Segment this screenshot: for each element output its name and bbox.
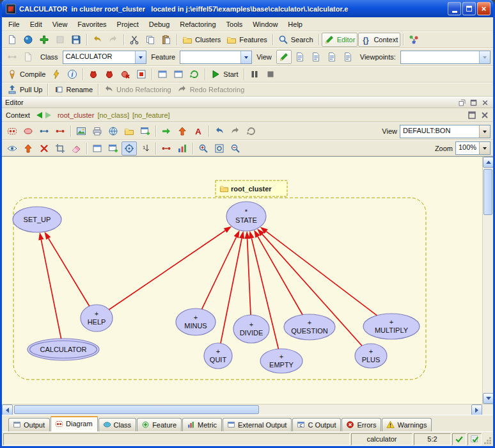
client-supplier-link-button[interactable]	[36, 124, 52, 138]
view-editor-button[interactable]	[276, 50, 292, 64]
zoom-combo-arrow[interactable]	[479, 142, 490, 154]
paste-button[interactable]	[159, 33, 174, 47]
resize-grip[interactable]	[483, 434, 492, 445]
vertical-scroll-track[interactable]	[483, 216, 493, 393]
step-into-button[interactable]	[155, 67, 170, 81]
menu-file[interactable]: File	[3, 19, 25, 30]
tab-metric[interactable]: Metric	[182, 418, 222, 431]
melt-button[interactable]	[49, 67, 64, 81]
debug-run-button[interactable]	[86, 67, 101, 81]
new-item-button[interactable]	[36, 33, 52, 47]
inheritance-edge-divide-to-state[interactable]	[248, 239, 251, 315]
menu-debug[interactable]: Debug	[144, 19, 175, 30]
editor-float-button[interactable]	[457, 98, 467, 107]
class-node-quit[interactable]: +QUIT	[204, 343, 232, 369]
scroll-up-button[interactable]	[483, 157, 494, 168]
diagram-tool-button[interactable]	[406, 33, 421, 47]
feature-combo[interactable]	[180, 51, 252, 64]
tab-c-output[interactable]: C Output	[292, 418, 341, 431]
context-cluster[interactable]: root_cluster	[58, 111, 94, 119]
inheritance-link-button[interactable]	[52, 124, 68, 138]
class-node-multiply[interactable]: +MULTIPLY	[363, 314, 420, 339]
view-contract-button[interactable]	[324, 50, 340, 64]
force-directed-layout-button[interactable]	[175, 124, 190, 138]
high-quality-button[interactable]	[4, 141, 20, 156]
save-all-button[interactable]	[68, 33, 84, 47]
new-window-button[interactable]	[4, 33, 20, 47]
stop-button[interactable]	[263, 67, 278, 81]
erase-item-button[interactable]	[68, 141, 84, 156]
zoom-selection-button[interactable]	[212, 141, 227, 156]
context-button[interactable]: Context	[358, 33, 400, 47]
menu-view[interactable]: View	[47, 19, 73, 30]
zoom-combo[interactable]: 100%	[455, 141, 491, 155]
scroll-down-button[interactable]	[483, 393, 494, 404]
context-maximize-button[interactable]	[467, 111, 476, 120]
step-over-button[interactable]	[171, 67, 186, 81]
diagram-undo-button[interactable]	[212, 124, 227, 138]
class-node-question[interactable]: +QUESTION	[284, 314, 335, 340]
add-label-button[interactable]	[191, 124, 206, 138]
class-node-calculator[interactable]: CALCULATOR	[28, 339, 99, 360]
maximize-button[interactable]	[462, 2, 476, 15]
horizontal-scroll-track[interactable]	[260, 404, 471, 415]
tab-warnings[interactable]: Warnings	[382, 418, 432, 431]
tab-external-output[interactable]: External Output	[223, 418, 292, 431]
scroll-right-button[interactable]	[471, 404, 482, 415]
zoom-out-button[interactable]	[228, 141, 243, 156]
pause-button[interactable]	[247, 67, 262, 81]
diagram-view-combo[interactable]: DEFAULT:BON	[400, 125, 491, 138]
tab-output[interactable]: Output	[8, 418, 50, 431]
diagram-canvas[interactable]: root_clusterSET_UP*STATE+HELPCALCULATOR+…	[2, 157, 482, 404]
project-info-button[interactable]	[65, 67, 80, 81]
print-diagram-button[interactable]	[90, 124, 105, 138]
class-combo-arrow[interactable]	[135, 51, 146, 63]
copy-button[interactable]	[143, 33, 158, 47]
context-close-button[interactable]	[480, 111, 489, 120]
vertical-scrollbar[interactable]	[482, 157, 493, 404]
show-client-links-button[interactable]	[159, 141, 174, 156]
toggle-cluster-view-button[interactable]	[90, 141, 105, 156]
debug-disconnect-button[interactable]	[118, 67, 133, 81]
zoom-in-button[interactable]	[196, 141, 211, 156]
editor-maximize-button[interactable]	[469, 98, 478, 107]
debug-attach-button[interactable]	[102, 67, 117, 81]
viewpoints-combo[interactable]	[400, 51, 491, 64]
create-cluster-button[interactable]	[4, 124, 20, 138]
inheritance-edge-question-to-state[interactable]	[258, 237, 302, 315]
class-node-set_up[interactable]: SET_UP	[13, 207, 61, 232]
open-button[interactable]	[20, 33, 36, 47]
vertical-scroll-thumb[interactable]	[483, 169, 492, 215]
class-node-empty[interactable]: +EMPTY	[260, 349, 302, 373]
title-bar[interactable]: CALCULATOR in cluster root_cluster locat…	[2, 0, 493, 17]
link-right-angles-button[interactable]	[159, 124, 174, 138]
menu-favorites[interactable]: Favorites	[72, 19, 111, 30]
menu-project[interactable]: Project	[112, 19, 144, 30]
tab-class[interactable]: Class	[98, 418, 137, 431]
class-node-divide[interactable]: +DIVIDE	[233, 315, 269, 343]
diagram-view-combo-arrow[interactable]	[479, 125, 490, 138]
pull-up-button[interactable]: Pull Up	[4, 83, 45, 97]
menu-help[interactable]: Help	[283, 19, 308, 30]
menu-tools[interactable]: Tools	[221, 19, 248, 30]
minimize-button[interactable]	[448, 2, 461, 15]
feature-combo-arrow[interactable]	[240, 51, 251, 63]
cut-button[interactable]	[127, 33, 142, 47]
history-back-button[interactable]	[33, 112, 42, 118]
tab-errors[interactable]: Errors	[342, 418, 381, 431]
features-button[interactable]: Features	[224, 33, 269, 47]
close-button[interactable]: ×	[477, 2, 491, 15]
menu-refactoring[interactable]: Refactoring	[175, 19, 221, 30]
export-image-button[interactable]	[74, 124, 89, 138]
show-statistics-button[interactable]	[175, 141, 190, 156]
editor-close-button[interactable]	[480, 98, 490, 107]
horizontal-scroll-thumb[interactable]	[14, 405, 259, 414]
browser-view-button[interactable]	[106, 124, 121, 138]
class-node-state[interactable]: *STATE	[226, 202, 266, 231]
run-no-breakpoints-button[interactable]	[187, 67, 202, 81]
search-button[interactable]: Search	[276, 33, 316, 47]
undo-button[interactable]	[90, 33, 105, 47]
class-node-plus[interactable]: +PLUS	[355, 344, 387, 368]
fit-to-window-button[interactable]	[20, 141, 36, 156]
delete-item-button[interactable]	[36, 141, 52, 156]
